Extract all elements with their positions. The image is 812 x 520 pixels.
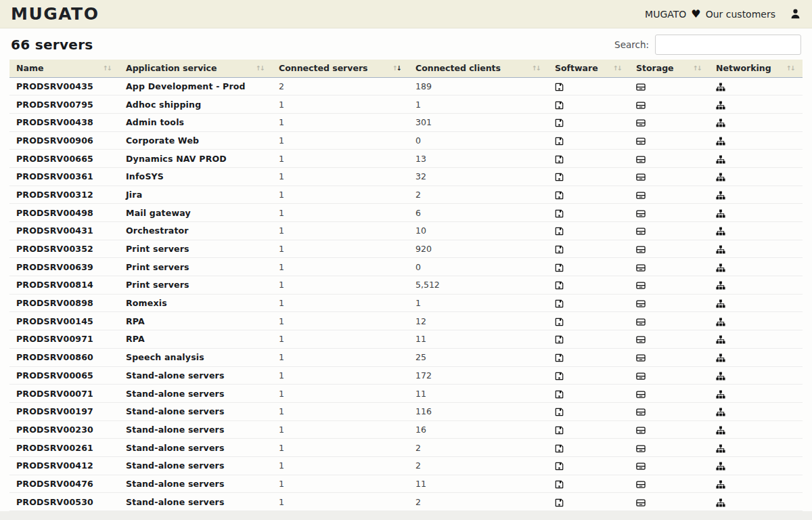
floppy-disk-icon[interactable] xyxy=(555,444,564,453)
hard-drive-icon[interactable] xyxy=(636,137,646,146)
table-row[interactable]: PRODSRV00145 RPA 1 12 xyxy=(9,312,803,330)
hard-drive-icon[interactable] xyxy=(636,83,646,91)
sort-icon[interactable]: ↑↓ xyxy=(532,64,541,72)
table-row[interactable]: PRODSRV00639 Print servers 1 0 xyxy=(9,258,803,276)
hard-drive-icon[interactable] xyxy=(636,335,646,344)
hard-drive-icon[interactable] xyxy=(636,498,646,507)
sort-icon[interactable]: ↑↓ xyxy=(786,64,796,72)
sitemap-icon[interactable] xyxy=(716,118,725,127)
sitemap-icon[interactable] xyxy=(716,372,725,381)
hard-drive-icon[interactable] xyxy=(636,444,646,453)
sitemap-icon[interactable] xyxy=(716,263,725,272)
table-row[interactable]: PRODSRV00860 Speech analysis 1 25 xyxy=(9,348,803,366)
hard-drive-icon[interactable] xyxy=(636,101,646,110)
sitemap-icon[interactable] xyxy=(716,101,725,110)
table-row[interactable]: PRODSRV00898 Romexis 1 1 xyxy=(9,294,803,312)
sitemap-icon[interactable] xyxy=(716,462,725,471)
sitemap-icon[interactable] xyxy=(716,390,725,399)
table-row[interactable]: PRODSRV00065 Stand-alone servers 1 172 xyxy=(9,366,803,385)
sitemap-icon[interactable] xyxy=(716,137,725,146)
floppy-disk-icon[interactable] xyxy=(555,83,564,91)
hard-drive-icon[interactable] xyxy=(636,480,646,489)
table-row[interactable]: PRODSRV00795 Adhoc shipping 1 1 xyxy=(9,95,803,114)
sitemap-icon[interactable] xyxy=(716,408,725,416)
sitemap-icon[interactable] xyxy=(716,353,725,362)
sitemap-icon[interactable] xyxy=(716,480,725,489)
table-row[interactable]: PRODSRV00476 Stand-alone servers 1 11 xyxy=(9,475,803,493)
table-row[interactable]: PRODSRV00412 Stand-alone servers 1 2 xyxy=(9,456,803,475)
search-input[interactable] xyxy=(655,35,801,55)
column-header[interactable]: Application service ↑↓ xyxy=(119,60,272,77)
sitemap-icon[interactable] xyxy=(716,191,725,200)
floppy-disk-icon[interactable] xyxy=(555,372,564,381)
table-row[interactable]: PRODSRV00261 Stand-alone servers 1 2 xyxy=(9,439,803,457)
table-row[interactable]: PRODSRV00431 Orchestrator 1 10 xyxy=(9,222,803,240)
floppy-disk-icon[interactable] xyxy=(555,281,564,290)
table-row[interactable]: PRODSRV00312 Jira 1 2 xyxy=(9,186,803,204)
column-header[interactable]: Connected clients ↑↓ xyxy=(409,60,548,77)
floppy-disk-icon[interactable] xyxy=(555,245,564,254)
sitemap-icon[interactable] xyxy=(716,155,725,164)
column-header[interactable]: Name ↑↓ xyxy=(9,60,119,77)
floppy-disk-icon[interactable] xyxy=(555,263,564,272)
sitemap-icon[interactable] xyxy=(716,498,725,507)
table-row[interactable]: PRODSRV00530 Stand-alone servers 1 2 xyxy=(9,493,803,511)
hard-drive-icon[interactable] xyxy=(636,353,646,362)
column-header[interactable]: Connected servers ↑↓ xyxy=(272,60,409,77)
table-row[interactable]: PRODSRV00906 Corporate Web 1 0 xyxy=(9,131,803,150)
sitemap-icon[interactable] xyxy=(716,173,725,181)
floppy-disk-icon[interactable] xyxy=(555,191,564,200)
hard-drive-icon[interactable] xyxy=(636,299,646,308)
floppy-disk-icon[interactable] xyxy=(555,480,564,489)
table-row[interactable]: PRODSRV00435 App Development - Prod 2 18… xyxy=(9,77,803,95)
hard-drive-icon[interactable] xyxy=(636,227,646,236)
sitemap-icon[interactable] xyxy=(716,318,725,326)
sort-icon[interactable]: ↑↓ xyxy=(256,64,265,72)
table-row[interactable]: PRODSRV00438 Admin tools 1 301 xyxy=(9,113,803,131)
sitemap-icon[interactable] xyxy=(716,209,725,218)
sitemap-icon[interactable] xyxy=(716,227,725,236)
table-row[interactable]: PRODSRV00498 Mail gateway 1 6 xyxy=(9,204,803,222)
floppy-disk-icon[interactable] xyxy=(555,101,564,110)
sort-icon[interactable]: ↑↓ xyxy=(613,64,623,72)
floppy-disk-icon[interactable] xyxy=(555,155,564,164)
floppy-disk-icon[interactable] xyxy=(555,353,564,362)
floppy-disk-icon[interactable] xyxy=(555,335,564,344)
floppy-disk-icon[interactable] xyxy=(555,209,564,218)
hard-drive-icon[interactable] xyxy=(636,462,646,471)
sitemap-icon[interactable] xyxy=(716,245,725,254)
sitemap-icon[interactable] xyxy=(716,426,725,435)
floppy-disk-icon[interactable] xyxy=(555,299,564,308)
floppy-disk-icon[interactable] xyxy=(555,137,564,146)
hard-drive-icon[interactable] xyxy=(636,281,646,290)
table-row[interactable]: PRODSRV00361 InfoSYS 1 32 xyxy=(9,167,803,186)
hard-drive-icon[interactable] xyxy=(636,191,646,200)
table-row[interactable]: PRODSRV00665 Dynamics NAV PROD 1 13 xyxy=(9,150,803,168)
table-row[interactable]: PRODSRV00814 Print servers 1 5,512 xyxy=(9,276,803,295)
floppy-disk-icon[interactable] xyxy=(555,498,564,507)
user-account-icon[interactable] xyxy=(790,8,801,20)
floppy-disk-icon[interactable] xyxy=(555,227,564,236)
floppy-disk-icon[interactable] xyxy=(555,426,564,435)
hard-drive-icon[interactable] xyxy=(636,155,646,164)
table-row[interactable]: PRODSRV00352 Print servers 1 920 xyxy=(9,240,803,258)
floppy-disk-icon[interactable] xyxy=(555,173,564,181)
hard-drive-icon[interactable] xyxy=(636,173,646,181)
sitemap-icon[interactable] xyxy=(716,335,725,344)
floppy-disk-icon[interactable] xyxy=(555,390,564,399)
sitemap-icon[interactable] xyxy=(716,281,725,290)
table-row[interactable]: PRODSRV00230 Stand-alone servers 1 16 xyxy=(9,420,803,439)
floppy-disk-icon[interactable] xyxy=(555,318,564,326)
table-row[interactable]: PRODSRV00971 RPA 1 11 xyxy=(9,330,803,349)
hard-drive-icon[interactable] xyxy=(636,118,646,127)
hard-drive-icon[interactable] xyxy=(636,245,646,254)
hard-drive-icon[interactable] xyxy=(636,318,646,326)
column-header[interactable]: Networking ↑↓ xyxy=(709,60,803,77)
sitemap-icon[interactable] xyxy=(716,83,725,91)
sort-icon[interactable]: ↑↓ xyxy=(693,64,702,72)
hard-drive-icon[interactable] xyxy=(636,426,646,435)
app-logo[interactable]: MUGATO xyxy=(11,4,99,24)
sitemap-icon[interactable] xyxy=(716,444,725,453)
column-header[interactable]: Storage ↑↓ xyxy=(629,60,709,77)
hard-drive-icon[interactable] xyxy=(636,209,646,218)
